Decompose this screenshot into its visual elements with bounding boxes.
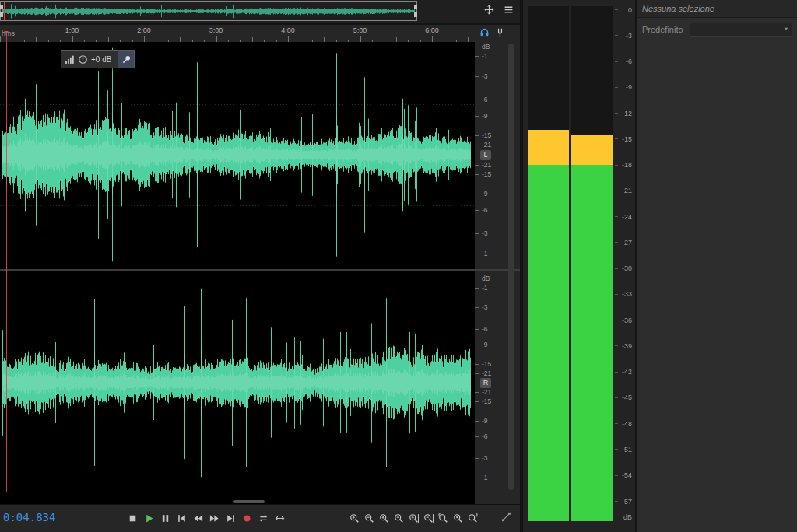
rewind-button[interactable] bbox=[190, 510, 206, 526]
meter-scale-label: -18 bbox=[622, 161, 632, 169]
channel-badge-left[interactable]: L bbox=[480, 150, 491, 160]
meter-scale-label: -57 bbox=[622, 498, 632, 506]
db-scale-label: -15 bbox=[482, 170, 491, 178]
db-scale-label: -9 bbox=[482, 341, 488, 348]
db-scale-tick bbox=[475, 56, 479, 57]
db-scale-tick bbox=[475, 478, 479, 478]
meter-bar-left[interactable] bbox=[528, 6, 569, 521]
hud-pin-button[interactable] bbox=[118, 51, 134, 68]
overview-left-handle[interactable] bbox=[0, 12, 3, 17]
meter-bar-right[interactable] bbox=[571, 6, 613, 521]
transport-buttons bbox=[125, 510, 288, 526]
db-scale-tick bbox=[475, 165, 479, 166]
db-scale-tick bbox=[475, 233, 479, 234]
waveform-left-channel[interactable] bbox=[0, 42, 475, 268]
ruler-tick bbox=[288, 36, 289, 42]
meter-scale-label: -21 bbox=[622, 187, 632, 194]
meter-scale-tick bbox=[615, 268, 618, 269]
waveform-area: +0 dB dB-1-1-3-3-6-6-9-9-15-15-21-21 dB-… bbox=[0, 42, 520, 504]
db-scale-label: -21 bbox=[482, 369, 491, 377]
db-scale-label: -21 bbox=[482, 388, 491, 396]
db-scale-label: -6 bbox=[482, 206, 488, 214]
meter-scale-label: -30 bbox=[622, 264, 632, 272]
meter-scale-tick bbox=[615, 345, 618, 346]
meter-scale-label: -39 bbox=[622, 342, 632, 350]
meter-scale-label: -3 bbox=[626, 32, 632, 40]
fast-forward-button[interactable] bbox=[206, 510, 223, 526]
chevron-down-icon bbox=[782, 25, 790, 33]
zoom-out-button[interactable] bbox=[362, 510, 377, 526]
pause-button[interactable] bbox=[157, 510, 174, 526]
db-scale-tick bbox=[475, 76, 479, 77]
skip-selection-button[interactable] bbox=[272, 510, 288, 526]
meter-scale-label: -12 bbox=[622, 110, 632, 117]
horizontal-scrollbar[interactable] bbox=[233, 500, 265, 503]
zoom-selection-button[interactable] bbox=[451, 510, 465, 526]
headphones-icon[interactable] bbox=[479, 27, 490, 37]
zoom-out-amplitude-button[interactable] bbox=[421, 510, 436, 526]
overview-right-handle[interactable] bbox=[414, 5, 417, 9]
overview-right-handle[interactable] bbox=[414, 12, 417, 17]
zoom-out-time-button[interactable] bbox=[391, 510, 406, 526]
playhead[interactable] bbox=[6, 31, 7, 492]
snapping-icon[interactable] bbox=[501, 512, 511, 522]
db-scale-label: -9 bbox=[482, 190, 488, 198]
db-scale-tick bbox=[475, 254, 479, 254]
db-scale-label: -1 bbox=[482, 250, 488, 257]
channel-divider[interactable] bbox=[0, 269, 520, 271]
waveform-right-channel[interactable] bbox=[0, 274, 475, 492]
skip-to-start-button[interactable] bbox=[174, 510, 190, 526]
zoom-in-button[interactable] bbox=[347, 510, 362, 526]
level-meters-panel[interactable]: 0-3-6-9-12-15-18-21-24-27-30-33-36-39-42… bbox=[523, 0, 635, 532]
db-scale-tick bbox=[475, 436, 479, 437]
ruler-time-label: 4:00 bbox=[281, 26, 295, 34]
meter-unit-label: dB bbox=[623, 513, 632, 521]
db-scale-label: -6 bbox=[482, 96, 488, 103]
zoom-selection-in-button[interactable] bbox=[436, 510, 451, 526]
meter-level-yellow bbox=[571, 135, 613, 165]
zoom-selection-out-button[interactable] bbox=[465, 510, 480, 526]
hud-gain-value[interactable]: +0 dB bbox=[91, 55, 114, 64]
ruler-tick bbox=[144, 36, 145, 42]
overview-strip[interactable] bbox=[0, 0, 520, 25]
play-button[interactable] bbox=[141, 510, 157, 526]
levels-icon[interactable] bbox=[65, 54, 75, 65]
overview-viewport[interactable] bbox=[0, 1, 417, 21]
db-scale-label: -3 bbox=[482, 303, 488, 311]
time-display[interactable]: 0:04.834 bbox=[3, 511, 55, 523]
db-scale-label: -9 bbox=[482, 112, 488, 120]
skip-to-end-button[interactable] bbox=[223, 510, 239, 526]
db-scale-label: -1 bbox=[482, 284, 488, 292]
loop-playback-button[interactable] bbox=[255, 510, 272, 526]
meter-scale-tick bbox=[615, 294, 618, 295]
tuning-fork-icon[interactable] bbox=[495, 27, 505, 37]
zoom-in-time-button[interactable] bbox=[377, 510, 391, 526]
db-scale-tick bbox=[475, 307, 479, 308]
preset-dropdown[interactable] bbox=[690, 23, 792, 37]
channel-badge-right[interactable]: R bbox=[480, 378, 491, 388]
meter-scale-tick bbox=[615, 61, 618, 62]
vertical-scrollbar[interactable] bbox=[508, 44, 514, 490]
volume-hud[interactable]: +0 dB bbox=[61, 50, 135, 68]
meter-scale-tick bbox=[615, 320, 618, 320]
db-scale-tick bbox=[475, 145, 479, 145]
stop-button[interactable] bbox=[125, 510, 141, 526]
meter-scale-tick bbox=[615, 191, 618, 191]
overview-left-handle[interactable] bbox=[0, 5, 3, 9]
panel-menu-icon[interactable] bbox=[504, 5, 514, 15]
timeline-ruler[interactable]: hms 1:002:003:004:005:006:00 bbox=[0, 25, 520, 42]
db-scale-label: -3 bbox=[482, 229, 488, 237]
meter-scale-label: -9 bbox=[626, 83, 632, 91]
db-scale-label: -9 bbox=[482, 417, 488, 425]
zoom-in-amplitude-button[interactable] bbox=[406, 510, 421, 526]
record-button[interactable] bbox=[239, 510, 255, 526]
meter-scale-tick bbox=[615, 501, 618, 502]
meter-scale-tick bbox=[615, 372, 618, 373]
db-unit-label: dB bbox=[482, 43, 490, 51]
gain-knob-icon[interactable] bbox=[78, 54, 88, 65]
db-scale-tick bbox=[475, 458, 479, 459]
db-unit-label: dB bbox=[482, 275, 490, 282]
pan-icon[interactable] bbox=[484, 5, 494, 15]
meter-scale-tick bbox=[615, 242, 618, 243]
ruler-tick bbox=[0, 36, 1, 42]
